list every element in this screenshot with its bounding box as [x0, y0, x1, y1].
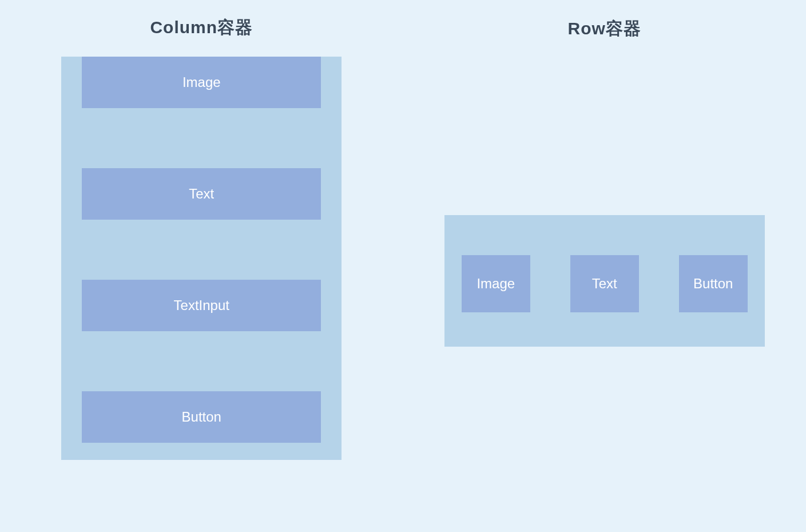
row-item-label: Image — [477, 276, 515, 292]
row-section: Row容器 Image Text Button — [403, 0, 807, 532]
column-item-label: Text — [189, 186, 214, 202]
row-item-label: Button — [693, 276, 733, 292]
column-title: Column容器 — [150, 16, 253, 39]
column-item-textinput: TextInput — [82, 280, 321, 331]
row-item-label: Text — [592, 276, 617, 292]
column-item-image: Image — [82, 57, 321, 108]
column-container: Image Text TextInput Button — [61, 57, 342, 460]
column-item-label: Image — [182, 74, 221, 90]
row-item-image: Image — [462, 255, 530, 312]
row-wrapper: Image Text Button — [403, 29, 807, 532]
row-container: Image Text Button — [444, 215, 765, 347]
column-item-label: Button — [182, 409, 221, 425]
row-item-text: Text — [570, 255, 639, 312]
column-item-button: Button — [82, 391, 321, 443]
column-section: Column容器 Image Text TextInput Button — [0, 0, 403, 532]
row-item-button: Button — [679, 255, 748, 312]
column-item-text: Text — [82, 168, 321, 220]
page-container: Column容器 Image Text TextInput Button Row… — [0, 0, 806, 532]
column-item-label: TextInput — [174, 297, 229, 313]
